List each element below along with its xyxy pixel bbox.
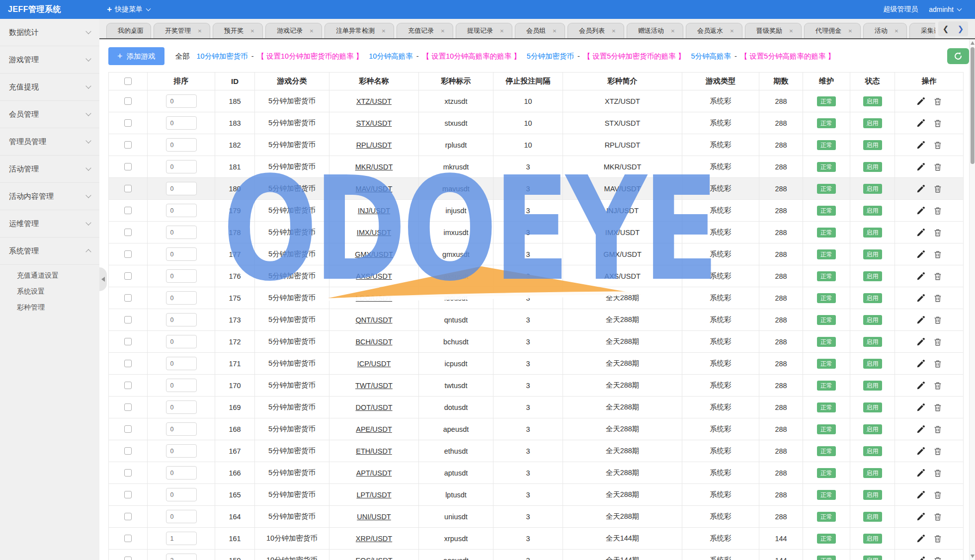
set-odds-link[interactable]: 【 设置10分钟加密货币的赔率 】 <box>257 52 363 61</box>
delete-button[interactable] <box>933 316 942 324</box>
edit-button[interactable] <box>916 447 925 456</box>
delete-button[interactable] <box>933 512 942 521</box>
row-checkbox[interactable] <box>124 229 132 236</box>
maintain-badge[interactable]: 正常 <box>817 96 836 106</box>
maintain-badge[interactable]: 正常 <box>817 381 836 391</box>
maintain-badge[interactable]: 正常 <box>817 512 836 522</box>
lottery-name-link[interactable]: BCH/USDT <box>355 338 392 346</box>
status-badge[interactable]: 启用 <box>863 140 882 150</box>
maintain-badge[interactable]: 正常 <box>817 446 836 456</box>
status-badge[interactable]: 启用 <box>863 184 882 194</box>
lottery-name-link[interactable]: LPT/USDT <box>356 491 391 499</box>
quick-menu-button[interactable]: 快捷菜单 <box>107 4 150 14</box>
edit-button[interactable] <box>916 490 925 499</box>
tab[interactable]: 充值记录 <box>397 23 453 38</box>
lottery-name-link[interactable]: INJ/USDT <box>358 207 390 215</box>
sort-order-input[interactable] <box>166 204 197 217</box>
tab[interactable]: 开奖管理 <box>154 23 210 38</box>
sort-order-input[interactable] <box>166 532 197 545</box>
sort-order-input[interactable] <box>166 116 197 130</box>
tab-scroll-right-button[interactable]: ❯ <box>953 21 968 36</box>
tab[interactable]: 赠送活动 <box>627 23 683 38</box>
status-badge[interactable]: 启用 <box>863 359 882 369</box>
delete-button[interactable] <box>933 184 942 193</box>
sort-order-input[interactable] <box>166 269 197 283</box>
edit-button[interactable] <box>916 141 925 150</box>
close-icon[interactable] <box>381 27 387 34</box>
delete-button[interactable] <box>933 556 942 560</box>
status-badge[interactable]: 启用 <box>863 490 882 500</box>
lottery-name-link[interactable]: APT/USDT <box>356 469 392 477</box>
maintain-badge[interactable]: 正常 <box>817 468 836 478</box>
tab[interactable]: 会员组 <box>515 23 565 38</box>
lottery-name-link[interactable]: TWT/USDT <box>355 382 393 390</box>
sort-order-input[interactable] <box>166 488 197 501</box>
tab[interactable]: 我的桌面 <box>106 23 151 38</box>
lottery-name-link[interactable]: RPL/USDT <box>356 141 392 149</box>
sidebar-group-item[interactable]: 充值提现 <box>0 74 99 101</box>
close-icon[interactable] <box>197 27 203 34</box>
status-badge[interactable]: 启用 <box>863 249 882 259</box>
status-badge[interactable]: 启用 <box>863 381 882 391</box>
refresh-button[interactable] <box>947 48 969 64</box>
maintain-badge[interactable]: 正常 <box>817 140 836 150</box>
row-checkbox[interactable] <box>124 469 132 477</box>
row-checkbox[interactable] <box>124 360 132 367</box>
delete-button[interactable] <box>933 534 942 543</box>
row-checkbox[interactable] <box>124 513 132 520</box>
delete-button[interactable] <box>933 250 942 259</box>
close-icon[interactable] <box>552 27 558 34</box>
maintain-badge[interactable]: 正常 <box>817 118 836 128</box>
maintain-badge[interactable]: 正常 <box>817 184 836 194</box>
scrollbar-thumb[interactable] <box>971 47 975 164</box>
tab[interactable]: 会员列表 <box>568 23 624 38</box>
status-badge[interactable]: 启用 <box>863 468 882 478</box>
status-badge[interactable]: 启用 <box>863 556 882 560</box>
edit-button[interactable] <box>916 534 925 543</box>
edit-button[interactable] <box>916 97 925 106</box>
status-badge[interactable]: 启用 <box>863 96 882 106</box>
sort-order-input[interactable] <box>166 444 197 458</box>
maintain-badge[interactable]: 正常 <box>817 315 836 325</box>
edit-button[interactable] <box>916 512 925 521</box>
edit-button[interactable] <box>916 119 925 128</box>
edit-button[interactable] <box>916 403 925 412</box>
lottery-name-link[interactable]: MKR/USDT <box>355 163 393 171</box>
row-checkbox[interactable] <box>124 250 132 258</box>
status-badge[interactable]: 启用 <box>863 162 882 172</box>
tab[interactable]: 采集设置 <box>909 23 935 38</box>
sidebar-sub-item[interactable]: 系统设置 <box>0 284 99 300</box>
tab[interactable]: 活动 <box>863 23 907 38</box>
sidebar-sub-item[interactable]: 充值通道设置 <box>0 268 99 284</box>
sort-order-input[interactable] <box>166 466 197 480</box>
edit-button[interactable] <box>916 337 925 346</box>
lottery-name-link[interactable]: DOT/USDT <box>355 403 392 411</box>
delete-button[interactable] <box>933 162 942 171</box>
sidebar-group-item[interactable]: 运维管理 <box>0 210 99 238</box>
status-badge[interactable]: 启用 <box>863 534 882 544</box>
row-checkbox[interactable] <box>124 557 132 560</box>
lottery-name-link[interactable]: LDO/USDT <box>356 294 392 302</box>
edit-button[interactable] <box>916 162 925 171</box>
tab-scroll-left-button[interactable]: ❮ <box>938 21 953 36</box>
delete-button[interactable] <box>933 294 942 303</box>
sort-order-input[interactable] <box>166 335 197 348</box>
delete-button[interactable] <box>933 490 942 499</box>
row-checkbox[interactable] <box>124 119 132 127</box>
edit-button[interactable] <box>916 206 925 215</box>
close-icon[interactable] <box>847 27 853 34</box>
sort-order-input[interactable] <box>166 160 197 173</box>
status-badge[interactable]: 启用 <box>863 315 882 325</box>
category-filter-link[interactable]: 10分钟加密货币 <box>197 52 248 61</box>
maintain-badge[interactable]: 正常 <box>817 271 836 281</box>
delete-button[interactable] <box>933 381 942 390</box>
sidebar-group-item[interactable]: 活动管理 <box>0 156 99 183</box>
sort-order-input[interactable] <box>166 422 197 436</box>
sort-order-input[interactable] <box>166 379 197 392</box>
status-badge[interactable]: 启用 <box>863 206 882 216</box>
status-badge[interactable]: 启用 <box>863 228 882 238</box>
sort-order-input[interactable] <box>166 182 197 195</box>
sidebar-group-item[interactable]: 管理员管理 <box>0 128 99 156</box>
maintain-badge[interactable]: 正常 <box>817 359 836 369</box>
edit-button[interactable] <box>916 359 925 368</box>
